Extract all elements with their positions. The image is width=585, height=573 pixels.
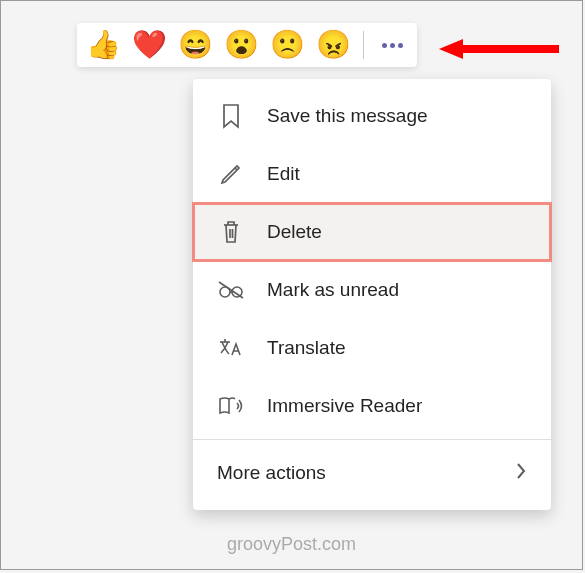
menu-item-edit[interactable]: Edit: [193, 145, 551, 203]
menu-label-mark-unread: Mark as unread: [267, 279, 399, 301]
menu-item-immersive-reader[interactable]: Immersive Reader: [193, 377, 551, 435]
more-options-button[interactable]: [378, 43, 407, 48]
menu-label-save: Save this message: [267, 105, 428, 127]
message-context-menu: Save this message Edit De: [193, 79, 551, 510]
watermark-text: groovyPost.com: [1, 534, 582, 555]
glasses-off-icon: [217, 276, 245, 304]
menu-separator: [193, 439, 551, 440]
reaction-sad[interactable]: 🙁: [271, 29, 303, 61]
menu-item-mark-unread[interactable]: Mark as unread: [193, 261, 551, 319]
menu-label-edit: Edit: [267, 163, 300, 185]
reaction-toolbar: 👍 ❤️ 😄 😮 🙁 😠: [77, 23, 417, 67]
reaction-surprised[interactable]: 😮: [225, 29, 257, 61]
svg-marker-1: [439, 39, 463, 59]
translate-icon: [217, 334, 245, 362]
toolbar-divider: [363, 31, 364, 59]
reaction-laugh[interactable]: 😄: [179, 29, 211, 61]
reaction-thumbs-up[interactable]: 👍: [87, 29, 119, 61]
menu-item-translate[interactable]: Translate: [193, 319, 551, 377]
menu-label-immersive: Immersive Reader: [267, 395, 422, 417]
menu-label-delete: Delete: [267, 221, 322, 243]
menu-item-more-actions[interactable]: More actions: [193, 444, 551, 502]
bookmark-icon: [217, 102, 245, 130]
menu-item-delete[interactable]: Delete: [193, 203, 551, 261]
menu-item-save-message[interactable]: Save this message: [193, 87, 551, 145]
chevron-right-icon: [515, 462, 527, 485]
reaction-heart[interactable]: ❤️: [133, 29, 165, 61]
pencil-icon: [217, 160, 245, 188]
menu-label-translate: Translate: [267, 337, 346, 359]
trash-icon: [217, 218, 245, 246]
arrow-annotation: [439, 37, 569, 61]
reaction-angry[interactable]: 😠: [317, 29, 349, 61]
menu-label-more: More actions: [217, 462, 515, 484]
immersive-reader-icon: [217, 392, 245, 420]
